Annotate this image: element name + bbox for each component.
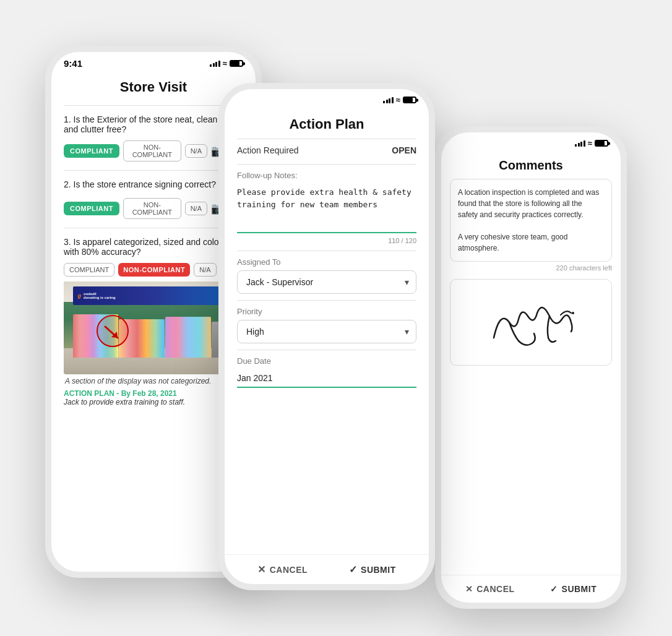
phone-2-signal-icon <box>383 97 394 103</box>
submit-button[interactable]: ✓ SUBMIT <box>349 564 396 575</box>
assigned-select-wrap: Jack - Supervisor ▾ <box>237 270 416 294</box>
cancel-x-icon: ✕ <box>257 564 266 575</box>
phone-3-signal-icon <box>575 140 585 147</box>
scene: 9:41 ≈ Store <box>27 21 645 615</box>
phone-2-outer: ≈ Action Plan Action Required OPEN <box>218 83 435 590</box>
q1-na-button[interactable]: N/A <box>185 144 207 158</box>
goodwill-text: oodwilldonating is caring <box>84 292 116 299</box>
comments-submit-button[interactable]: ✓ SUBMIT <box>550 584 597 594</box>
phone-2-battery-icon <box>403 97 416 103</box>
priority-select-wrap: High ▾ <box>237 320 416 343</box>
battery-icon <box>230 60 243 67</box>
priority-label: Priority <box>237 307 416 316</box>
question-3-buttons: COMPLIANT NON-COMPLIANT N/A <box>64 263 243 277</box>
phone-1-time: 9:41 <box>64 58 82 69</box>
due-date-label: Due Date <box>237 356 416 366</box>
rack-3 <box>165 317 211 358</box>
question-2-text: 2. Is the store entrance signing correct… <box>64 179 243 192</box>
q2-compliant-button[interactable]: COMPLIANT <box>64 202 119 215</box>
q3-compliant-button[interactable]: COMPLIANT <box>64 263 114 277</box>
phone-3-outer: ≈ Comments A location inspection is comp… <box>435 126 627 609</box>
action-required-label: Action Required <box>237 145 299 155</box>
phone-3-wrapper: ≈ Comments A location inspection is comp… <box>435 126 627 609</box>
phone-3-status-icons: ≈ <box>575 139 608 148</box>
phone-2-inner: ≈ Action Plan Action Required OPEN <box>225 89 429 584</box>
comments-text-box: A location inspection is completed and w… <box>450 179 612 262</box>
cancel-label: CANCEL <box>270 565 308 575</box>
question-1-buttons: COMPLIANT NON-COMPLIANT N/A 📷 📄 <box>64 140 243 161</box>
followup-section: Follow-up Notes: Please provide extra he… <box>225 165 429 251</box>
phone-2-wifi-icon: ≈ <box>396 95 400 105</box>
question-3-label: 3. Is apparel categorized, sized and col… <box>64 237 243 257</box>
submit-label: SUBMIT <box>361 565 396 575</box>
q2-non-compliant-button[interactable]: NON-COMPLIANT <box>123 198 181 219</box>
comments-footer: ✕ CANCEL ✓ SUBMIT <box>441 575 621 603</box>
phone-3-wifi-icon: ≈ <box>588 139 592 148</box>
phone-2-wrapper: ≈ Action Plan Action Required OPEN <box>218 83 435 590</box>
char-count: 110 / 120 <box>237 237 416 244</box>
comments-cancel-label: CANCEL <box>476 584 514 594</box>
due-date-section: Due Date <box>225 350 429 394</box>
action-plan-desc: Jack to provide extra training to staff. <box>64 398 243 406</box>
comments-cancel-button[interactable]: ✕ CANCEL <box>465 584 515 594</box>
due-date-input[interactable] <box>237 369 416 388</box>
signal-icon <box>210 61 220 67</box>
followup-textarea[interactable]: Please provide extra health & safety tra… <box>237 184 416 233</box>
action-plan-title: ACTION PLAN - By Feb 28, 2021 <box>64 389 243 398</box>
priority-select[interactable]: High <box>237 320 416 343</box>
phone-3-battery-icon <box>595 140 608 147</box>
q1-compliant-button[interactable]: COMPLIANT <box>64 144 119 158</box>
question-1-text: 1. Is the Exterior of the store neat, cl… <box>64 114 243 134</box>
q1-non-compliant-button[interactable]: NON-COMPLIANT <box>123 140 181 161</box>
followup-label: Follow-up Notes: <box>237 171 416 180</box>
comments-text: A location inspection is completed and w… <box>458 188 599 252</box>
priority-section: Priority High ▾ <box>225 301 429 350</box>
question-1-label: 1. Is the Exterior of the store neat, cl… <box>64 114 226 134</box>
store-photo-sim: g oodwilldonating is caring <box>64 281 243 374</box>
signature-svg <box>475 285 587 359</box>
assigned-select[interactable]: Jack - Supervisor <box>237 270 416 294</box>
svg-point-0 <box>97 316 128 346</box>
store-photo: g oodwilldonating is caring <box>64 281 243 374</box>
q2-na-button[interactable]: N/A <box>185 202 207 215</box>
assigned-section: Assigned To Jack - Supervisor ▾ <box>225 251 429 300</box>
question-2-label: 2. Is the store entrance signing correct… <box>64 179 216 189</box>
action-required-row: Action Required OPEN <box>237 145 416 155</box>
action-status-open: OPEN <box>392 145 416 155</box>
action-required-section: Action Required OPEN <box>225 139 429 164</box>
svg-point-3 <box>572 312 574 314</box>
submit-check-icon: ✓ <box>349 564 358 575</box>
cancel-button[interactable]: ✕ CANCEL <box>257 564 308 575</box>
q3-na-button[interactable]: N/A <box>194 263 216 277</box>
photo-caption: A section of the display was not categor… <box>64 377 243 385</box>
action-plan-section: ACTION PLAN - By Feb 28, 2021 Jack to pr… <box>64 389 243 406</box>
phone-2-status-bar: ≈ <box>225 89 429 108</box>
q3-non-compliant-button[interactable]: NON-COMPLIANT <box>118 263 190 277</box>
assigned-label: Assigned To <box>237 257 416 267</box>
wifi-icon: ≈ <box>223 59 227 68</box>
goodwill-g: g <box>78 293 82 299</box>
comments-submit-check-icon: ✓ <box>550 584 558 594</box>
chars-left: 220 characters left <box>450 264 612 272</box>
question-3-text: 3. Is apparel categorized, sized and col… <box>64 237 243 257</box>
arrow-overlay <box>96 314 130 348</box>
goodwill-banner: g oodwilldonating is caring <box>73 286 235 305</box>
action-plan-footer: ✕ CANCEL ✓ SUBMIT <box>225 554 429 584</box>
action-plan-title: Action Plan <box>225 108 429 139</box>
phone-1-status-bar: 9:41 ≈ <box>51 52 256 72</box>
phone-3-inner: ≈ Comments A location inspection is comp… <box>441 132 621 603</box>
comments-title: Comments <box>441 151 621 179</box>
phone-3-status-bar: ≈ <box>441 132 621 151</box>
phone-1-status-icons: ≈ <box>210 59 243 68</box>
question-2-buttons: COMPLIANT NON-COMPLIANT N/A 📷 📄 <box>64 198 243 219</box>
phone-2-status-icons: ≈ <box>383 95 416 105</box>
comments-cancel-x-icon: ✕ <box>465 584 473 594</box>
signature-box[interactable] <box>450 279 612 366</box>
comments-submit-label: SUBMIT <box>562 584 597 594</box>
